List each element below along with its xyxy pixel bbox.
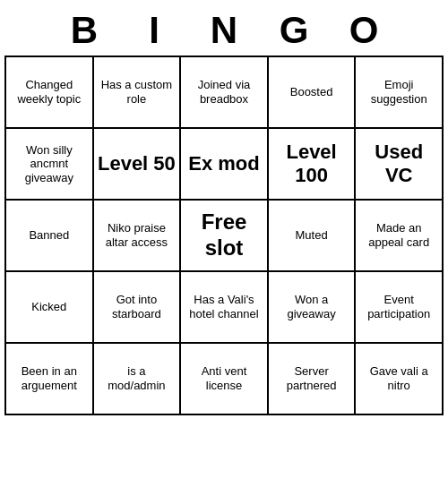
bingo-cell: Won silly ancmnt giveaway bbox=[6, 129, 94, 201]
title-letter: B bbox=[49, 9, 119, 52]
bingo-cell: Ex mod bbox=[181, 129, 269, 201]
bingo-cell: Emoji suggestion bbox=[356, 57, 444, 129]
bingo-cell: Level 50 bbox=[94, 129, 182, 201]
title-letter: G bbox=[259, 9, 329, 52]
bingo-title: BINGO bbox=[4, 9, 444, 52]
bingo-card: BINGO Changed weekly topicHas a custom r… bbox=[4, 9, 444, 415]
bingo-cell: Got into starboard bbox=[94, 272, 182, 344]
bingo-cell: Boosted bbox=[269, 57, 357, 129]
bingo-cell: Made an appeal card bbox=[356, 201, 444, 272]
bingo-cell: Banned bbox=[6, 201, 94, 272]
bingo-cell: Has a custom role bbox=[94, 57, 182, 129]
bingo-cell: Server partnered bbox=[269, 344, 357, 415]
bingo-grid: Changed weekly topicHas a custom roleJoi… bbox=[4, 56, 444, 415]
title-letter: I bbox=[119, 9, 189, 52]
bingo-cell: Won a giveaway bbox=[269, 272, 357, 344]
bingo-cell: Changed weekly topic bbox=[6, 57, 94, 129]
bingo-cell: Has a Vali's hotel channel bbox=[181, 272, 269, 344]
bingo-cell: Muted bbox=[269, 201, 357, 272]
bingo-cell: is a mod/admin bbox=[94, 344, 182, 415]
bingo-cell: Gave vali a nitro bbox=[356, 344, 444, 415]
bingo-cell: Joined via breadbox bbox=[181, 57, 269, 129]
bingo-cell: Used VC bbox=[356, 129, 444, 201]
bingo-cell: Kicked bbox=[6, 272, 94, 344]
bingo-cell: Free slot bbox=[181, 201, 269, 272]
bingo-cell: Niko praise altar access bbox=[94, 201, 182, 272]
bingo-cell: Level 100 bbox=[269, 129, 357, 201]
bingo-cell: Anti vent license bbox=[181, 344, 269, 415]
bingo-cell: Event participation bbox=[356, 272, 444, 344]
title-letter: O bbox=[329, 9, 399, 52]
bingo-cell: Been in an arguement bbox=[6, 344, 94, 415]
title-letter: N bbox=[189, 9, 259, 52]
